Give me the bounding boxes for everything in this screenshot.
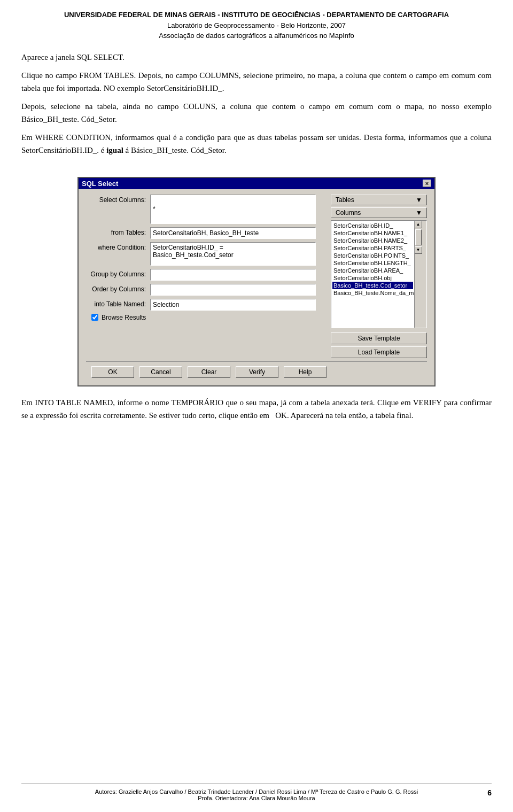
footer-line2: Profa. Orientadora: Ana Clara Mourão Mou…	[21, 795, 492, 801]
list-item[interactable]: SetorCensitarioBH.POINTS_	[332, 252, 413, 259]
tables-button[interactable]: Tables ▼	[331, 195, 427, 205]
paragraph-2: Clique no campo FROM TABLES. Depois, no …	[21, 69, 492, 95]
left-form: Select Columns: from Tables: where Condi…	[86, 195, 327, 358]
order-by-input[interactable]	[150, 284, 316, 296]
into-table-input[interactable]	[150, 299, 316, 311]
columns-button[interactable]: Columns ▼	[331, 207, 427, 218]
browse-results-checkbox[interactable]	[91, 314, 98, 321]
footer-line1: Autores: Grazielle Anjos Carvalho / Beat…	[21, 788, 492, 795]
where-condition-row: where Condition: SetorCensitarioBH.ID_ =…	[86, 242, 327, 266]
bottom-buttons-row: OK Cancel Clear Verify Help	[86, 361, 427, 380]
list-item[interactable]: SetorCensitarioBH.AREA_	[332, 267, 413, 274]
paragraph-4: Em WHERE CONDITION, informamos qual é a …	[21, 131, 492, 157]
select-columns-row: Select Columns:	[86, 195, 327, 224]
header-line1: UNIVERSIDADE FEDERAL DE MINAS GERAIS - I…	[21, 10, 492, 20]
list-item[interactable]: SetorCensitarioBH.NAME2_	[332, 237, 413, 244]
group-by-label: Group by Columns:	[86, 269, 150, 278]
page-number: 6	[487, 788, 492, 797]
where-condition-input[interactable]: SetorCensitarioBH.ID_ = Basico_BH_teste.…	[150, 242, 316, 266]
paragraph-1: Aparece a janela SQL SELECT.	[21, 51, 492, 64]
into-table-row: into Table Named:	[86, 299, 327, 311]
list-scrollbar[interactable]: ▲ ▼	[414, 221, 422, 328]
list-item[interactable]: SetorCensitarioBH.ID_	[332, 222, 413, 229]
columns-arrow-icon: ▼	[416, 209, 422, 216]
select-columns-input[interactable]	[150, 195, 316, 224]
columns-listbox-container: SetorCensitarioBH.ID_ SetorCensitarioBH.…	[331, 220, 427, 328]
where-condition-label: where Condition:	[86, 242, 150, 251]
list-item[interactable]: SetorCensitarioBH.NAME1_	[332, 229, 413, 237]
list-item[interactable]: SetorCensitarioBH.obj	[332, 274, 413, 282]
list-item-selected[interactable]: Basico_BH_teste.Cod_setor	[332, 282, 413, 289]
footer-area: Autores: Grazielle Anjos Carvalho / Beat…	[21, 774, 492, 801]
footer-separator	[21, 784, 492, 784]
order-by-row: Order by Columns:	[86, 284, 327, 296]
save-template-button[interactable]: Save Template	[331, 332, 427, 344]
into-table-label: into Table Named:	[86, 299, 150, 308]
close-button[interactable]: ×	[423, 180, 431, 187]
list-item[interactable]: SetorCensitarioBH.LENGTH_	[332, 259, 413, 267]
paragraph-5: Em INTO TABLE NAMED, informe o nome TEMP…	[21, 396, 492, 422]
group-by-input[interactable]	[150, 269, 316, 281]
list-item[interactable]: Basico_BH_teste.Nome_da_micro	[332, 289, 413, 297]
browse-results-label: Browse Results	[102, 314, 146, 321]
order-by-label: Order by Columns:	[86, 284, 150, 293]
list-item[interactable]: SetorCensitarioBH.PARTS_	[332, 244, 413, 252]
load-template-button[interactable]: Load Template	[331, 346, 427, 358]
right-panel: Tables ▼ Columns ▼ SetorCensitarioBH.ID_…	[331, 195, 427, 358]
ok-button[interactable]: OK	[91, 366, 134, 378]
scroll-down-button[interactable]: ▼	[415, 246, 422, 254]
dialog-window: SQL Select × Select Columns:	[77, 177, 436, 386]
sql-select-dialog: SQL Select × Select Columns:	[77, 177, 436, 386]
body-content: Aparece a janela SQL SELECT. Clique no c…	[21, 51, 492, 162]
scroll-thumb[interactable]	[415, 229, 422, 245]
header-line3: Associação de dados cartográficos a alfa…	[21, 30, 492, 41]
from-tables-row: from Tables:	[86, 227, 327, 239]
tables-label: Tables	[336, 196, 354, 204]
group-by-row: Group by Columns:	[86, 269, 327, 281]
columns-list[interactable]: SetorCensitarioBH.ID_ SetorCensitarioBH.…	[331, 221, 414, 328]
browse-results-row: Browse Results	[86, 314, 327, 321]
select-columns-label: Select Columns:	[86, 195, 150, 204]
header-line2: Laboratório de Geoprocessamento - Belo H…	[21, 20, 492, 31]
template-buttons: Save Template Load Template	[331, 332, 427, 358]
dialog-titlebar: SQL Select ×	[79, 178, 434, 189]
dialog-body: Select Columns: from Tables: where Condi…	[79, 189, 434, 385]
help-button[interactable]: Help	[284, 366, 327, 378]
dialog-title: SQL Select	[82, 180, 118, 188]
page-header: UNIVERSIDADE FEDERAL DE MINAS GERAIS - I…	[21, 10, 492, 41]
paragraph-3: Depois, selecione na tabela, ainda no ca…	[21, 100, 492, 126]
clear-button[interactable]: Clear	[188, 366, 230, 378]
scroll-up-button[interactable]: ▲	[415, 221, 422, 228]
columns-label: Columns	[336, 209, 361, 216]
from-tables-input[interactable]	[150, 227, 316, 239]
footer: Autores: Grazielle Anjos Carvalho / Beat…	[21, 788, 492, 801]
verify-button[interactable]: Verify	[236, 366, 278, 378]
cancel-button[interactable]: Cancel	[139, 366, 182, 378]
from-tables-label: from Tables:	[86, 227, 150, 236]
tables-arrow-icon: ▼	[416, 196, 422, 204]
paragraph-5-block: Em INTO TABLE NAMED, informe o nome TEMP…	[21, 396, 492, 427]
